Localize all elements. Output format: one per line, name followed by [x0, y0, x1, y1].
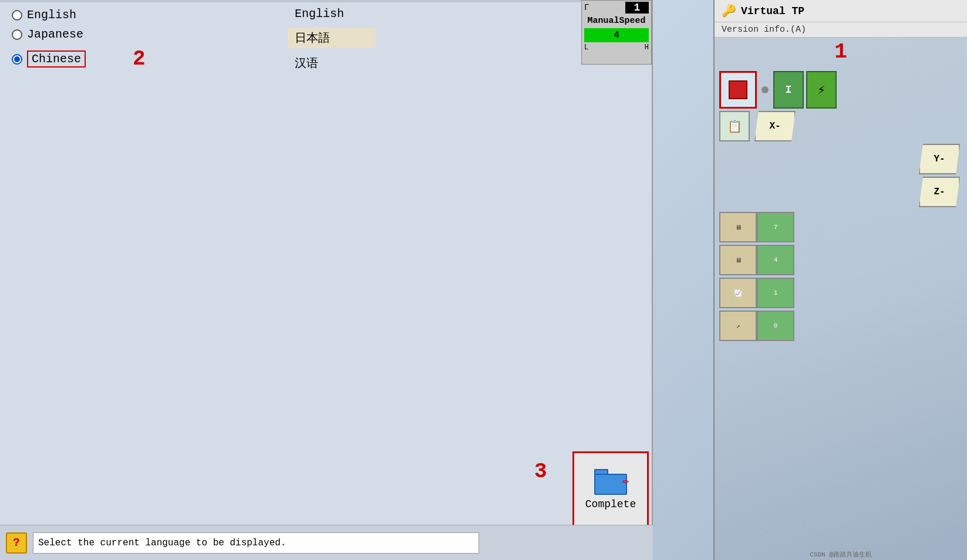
status-message: Select the current language to be displa…: [33, 532, 479, 554]
tp-connector-dot: [762, 86, 769, 93]
tp-grid-btn-2[interactable]: 7: [757, 212, 794, 242]
tp-grid-icon-2: 7: [774, 224, 778, 231]
ms-lh-row: L H: [582, 43, 651, 52]
tp-main-button[interactable]: [719, 71, 757, 109]
folder-arrow-icon: ✏️: [622, 473, 629, 488]
ms-counter-row: Γ 1: [582, 1, 651, 15]
tp-grid-btn-4[interactable]: 4: [757, 245, 794, 275]
help-icon[interactable]: ?: [6, 532, 27, 554]
tp-copy-icon: 📋: [727, 119, 742, 134]
tp-grid-icon-3: 🖥: [735, 257, 742, 264]
tp-row-2: 📋 X-: [719, 111, 962, 141]
lang-label-english: English: [27, 8, 121, 22]
tp-small-grid: 🖥 7 🖥 4 📈 1 ↗ 0: [719, 212, 962, 341]
tp-buttons-area: I ⚡ 📋 X- Y- Z-: [715, 66, 967, 372]
vtp-title: Virtual TP: [741, 5, 804, 17]
annotation-number-1: 1: [715, 38, 967, 66]
ms-low-label: L: [584, 43, 588, 52]
tp-y-minus-button[interactable]: Y-: [919, 144, 960, 174]
manual-speed-panel: Γ 1 ManualSpeed 4 L H: [581, 0, 652, 65]
annotation-number-3: 3: [534, 460, 547, 484]
tp-grid-btn-1[interactable]: 🖥: [719, 212, 757, 242]
lang-label-chinese: Chinese: [27, 50, 121, 68]
language-right-column: English 日本語 汉语: [288, 5, 376, 73]
vtp-key-icon: 🔑: [722, 4, 736, 18]
ms-high-label: H: [645, 43, 649, 52]
tp-z-minus-button[interactable]: Z-: [919, 177, 960, 207]
tp-x-minus-button[interactable]: X-: [754, 111, 796, 141]
tp-row-3: Y-: [719, 144, 962, 174]
tp-grid-icon-4: 4: [774, 257, 778, 264]
tp-grid-icon-7: ↗: [736, 322, 740, 330]
tp-x-minus-label: X-: [769, 121, 780, 131]
lang-label-japanese: Japanese: [27, 28, 121, 41]
tp-grid-icon-6: 1: [774, 289, 778, 296]
radio-english[interactable]: [12, 10, 22, 21]
tp-green-button[interactable]: I: [773, 71, 804, 109]
status-bar: ? Select the current language to be disp…: [0, 525, 653, 560]
tp-row-1: I ⚡: [719, 71, 962, 109]
lang-right-japanese: 日本語: [288, 28, 376, 48]
tp-partial-button[interactable]: ⚡: [806, 71, 837, 109]
tp-partial-icon: ⚡: [817, 82, 825, 98]
ms-bar-row: 4: [582, 27, 651, 43]
tp-grid-icon-8: 0: [774, 322, 778, 329]
vtp-version: Version info.(A): [715, 22, 967, 38]
ms-speed-bar: 4: [584, 28, 649, 42]
complete-button[interactable]: ✏️ Complete: [572, 451, 649, 528]
tp-green-label: I: [786, 84, 792, 96]
tp-y-minus-label: Y-: [934, 154, 945, 164]
chinese-highlight: Chinese: [27, 50, 86, 68]
tp-grid-btn-6[interactable]: 1: [757, 278, 794, 308]
tp-grid-btn-5[interactable]: 📈: [719, 278, 757, 308]
tp-grid-btn-3[interactable]: 🖥: [719, 245, 757, 275]
annotation-number-2: 2: [133, 47, 146, 71]
vtp-header: 🔑 Virtual TP: [715, 0, 967, 22]
tp-z-minus-label: Z-: [934, 187, 945, 197]
radio-chinese[interactable]: [12, 54, 22, 65]
lang-right-chinese: 汉语: [288, 53, 376, 73]
ms-title: ManualSpeed: [582, 15, 651, 27]
tp-grid-btn-8[interactable]: 0: [757, 311, 794, 341]
lang-right-english: English: [288, 5, 376, 23]
watermark: CSDN @路踏共迪生机: [715, 550, 967, 559]
ms-counter-value: 1: [625, 2, 649, 14]
tp-row-4: Z-: [719, 177, 962, 207]
radio-japanese[interactable]: [12, 29, 22, 40]
tp-copy-button[interactable]: 📋: [719, 111, 750, 141]
virtual-tp-panel: 🔑 Virtual TP Version info.(A) 1 I ⚡ 📋 X: [713, 0, 967, 560]
tp-grid-btn-7[interactable]: ↗: [719, 311, 757, 341]
main-dialog: English Japanese Chinese 2 English 日本語 汉…: [0, 0, 653, 560]
tp-grid-icon-5: 📈: [734, 289, 742, 297]
complete-label: Complete: [585, 498, 636, 510]
tp-grid-icon-1: 🖥: [735, 224, 742, 231]
ms-counter-bracket-left: Γ: [584, 3, 589, 12]
complete-folder-icon: ✏️: [594, 469, 627, 495]
